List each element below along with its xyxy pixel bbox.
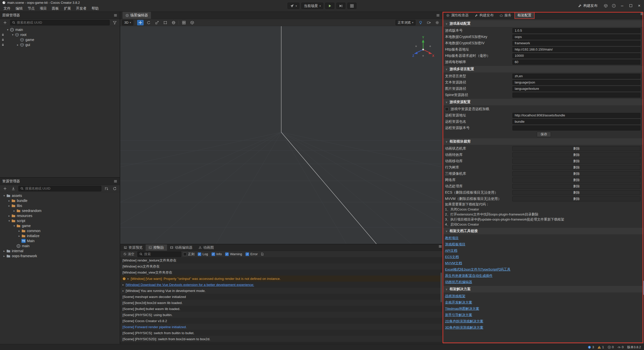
close-button[interactable]: × (637, 3, 641, 8)
filter-warning[interactable]: ✓Warning (225, 252, 242, 256)
camera-settings-button[interactable] (426, 20, 432, 25)
orientation-gizmo[interactable]: Y X Z (411, 36, 435, 61)
tree-row[interactable]: ▸common (0, 228, 120, 233)
view-mode-select[interactable]: 正常浏览 ▾ (395, 20, 416, 25)
save-button[interactable]: 保存 (537, 132, 551, 137)
tab-inspector[interactable]: 属性检查器 (443, 12, 472, 19)
panel-menu-icon[interactable] (640, 12, 644, 16)
tab-console[interactable]: 动画编辑器 (167, 244, 195, 251)
expand-arrow-icon[interactable]: ▸ (128, 277, 129, 280)
collapse-arrow-icon[interactable]: ▾ (2, 194, 6, 197)
delete-button[interactable]: 删除 (512, 165, 640, 170)
collapse-arrow-icon[interactable]: ▾ (11, 33, 15, 36)
menu-item[interactable]: 开发者 (73, 5, 89, 12)
status-count[interactable]: 0 (617, 345, 624, 349)
tree-row[interactable]: ▸internal (0, 248, 120, 253)
menu-item[interactable]: 编辑 (13, 5, 25, 12)
gizmo-space-button[interactable] (170, 20, 177, 25)
filter-info[interactable]: ✓Info (212, 252, 222, 256)
delete-button[interactable]: 删除 (512, 190, 640, 195)
tree-row[interactable]: ▸initialize (0, 233, 120, 238)
preview-target-button[interactable]: ▾ (288, 3, 299, 9)
delete-button[interactable]: 删除 (512, 146, 640, 151)
assets-refresh-button[interactable] (111, 186, 118, 191)
log-row[interactable]: [Window] ecs文件夹存在 (120, 264, 442, 270)
checkbox[interactable]: ✓ (212, 252, 215, 256)
assets-search[interactable] (18, 186, 101, 191)
checkbox[interactable]: ✓ (225, 252, 229, 256)
section-header[interactable]: ∨游戏基础配置 (443, 20, 643, 27)
log-row[interactable]: [Scene] [PHYSICS2D]: switch from box2d-w… (120, 336, 442, 342)
doc-link[interactable]: 教程项目 (445, 236, 459, 240)
hierarchy-search[interactable] (10, 20, 110, 25)
expand-arrow-icon[interactable]: ▸ (7, 204, 11, 207)
tab-console-active[interactable]: 控制台 (146, 244, 167, 251)
play-button[interactable] (325, 3, 334, 9)
log-row[interactable]: [Window] render_texture文件夹存在 (120, 257, 442, 264)
create-asset-button[interactable] (2, 186, 8, 191)
menu-item[interactable]: 文件 (1, 5, 13, 12)
doc-link[interactable]: API文档 (445, 248, 457, 253)
assets-sort-button[interactable] (103, 186, 110, 191)
move-tool-button[interactable] (137, 20, 144, 25)
tree-row[interactable]: ▸gui (0, 42, 120, 47)
log-row[interactable]: ▸[Window] Download the Vue Devtools exte… (120, 282, 442, 288)
menu-item[interactable]: 项目 (37, 5, 49, 12)
step-button[interactable] (336, 3, 345, 9)
doc-link[interactable]: 新手引导解决方案 (445, 313, 472, 317)
import-asset-button[interactable] (10, 186, 17, 191)
tree-row[interactable]: ▾script (0, 218, 120, 223)
clear-console-button[interactable]: 清空 (122, 251, 136, 257)
tree-row[interactable]: ▸bundle (0, 198, 120, 203)
section-header[interactable]: ∨框架模块裁剪 (443, 138, 643, 145)
tree-row[interactable]: ▾game (0, 223, 120, 228)
delete-button[interactable]: 删除 (512, 171, 640, 176)
tab-console[interactable]: 动画图 (195, 244, 217, 251)
tree-row[interactable]: ▸libs (0, 203, 120, 208)
expand-arrow-icon[interactable]: ▸ (123, 283, 124, 286)
property-input[interactable] (512, 93, 640, 98)
regex-checkbox[interactable] (183, 252, 187, 256)
doc-link[interactable]: 3D角色扮演游戏解决方案 (445, 325, 483, 330)
log-row[interactable]: ▸[Window] [Vue warn]: Property "onInput"… (120, 276, 442, 282)
tree-row[interactable]: ▾main (0, 27, 120, 32)
tab-scene-editor[interactable]: 场景编辑器 (123, 12, 151, 19)
doc-link[interactable]: Excel格式转Json文件与TypeScript代码工具 (445, 267, 510, 272)
log-row[interactable]: [Window] model_view文件夹存在 (120, 270, 442, 276)
panel-menu-icon[interactable] (436, 13, 440, 17)
property-input[interactable]: language/json (512, 80, 640, 85)
status-count[interactable]: 3 (588, 345, 594, 349)
status-count[interactable]: 0 (608, 345, 614, 349)
lighting-toggle-button[interactable] (417, 20, 424, 25)
section-header[interactable]: ∨游戏资源配置 (443, 99, 643, 105)
console-scrollbar[interactable] (440, 273, 442, 302)
property-input[interactable]: http://localhost:8083/assets/bundle (512, 113, 640, 118)
console-search[interactable] (137, 251, 181, 257)
expand-arrow-icon[interactable]: ▸ (12, 209, 16, 212)
remote-load-checkbox[interactable] (445, 107, 449, 111)
delete-button[interactable]: 删除 (512, 152, 640, 157)
delete-button[interactable]: 删除 (512, 159, 640, 164)
tab-inspector[interactable]: 服务 (497, 12, 514, 19)
scene-viewport[interactable]: Y X Z (120, 26, 442, 244)
doc-link[interactable]: 动画状态机编辑器 (445, 280, 472, 284)
package-icon[interactable] (604, 4, 608, 8)
delete-button[interactable]: 删除 (512, 184, 640, 189)
inspector-scrollbar[interactable] (642, 281, 644, 295)
property-input[interactable]: bundle (512, 119, 640, 124)
property-input[interactable]: framework (512, 41, 640, 46)
rect-tool-button[interactable] (162, 20, 169, 25)
minimize-button[interactable]: – (620, 3, 624, 8)
doc-link[interactable]: Tiledmap地图解决方案 (445, 307, 479, 311)
log-row[interactable]: [Scene] meshopt wasm decoder initialized (120, 294, 442, 300)
console-search-input[interactable] (144, 252, 179, 256)
log-row[interactable]: [Scene] [bullet]:bullet wasm lib loaded. (120, 306, 442, 312)
create-node-button[interactable] (2, 20, 8, 25)
scale-tool-button[interactable] (154, 20, 160, 25)
scene-settings-button[interactable] (434, 20, 440, 25)
section-header[interactable]: ∨框架文档工具链接 (443, 228, 643, 234)
property-input[interactable]: oops (512, 34, 640, 39)
log-row[interactable]: [Scene] Forward render pipeline initiali… (120, 324, 442, 330)
doc-link[interactable]: ECS文档 (445, 255, 459, 259)
tree-row[interactable]: ▾assets (0, 193, 120, 198)
